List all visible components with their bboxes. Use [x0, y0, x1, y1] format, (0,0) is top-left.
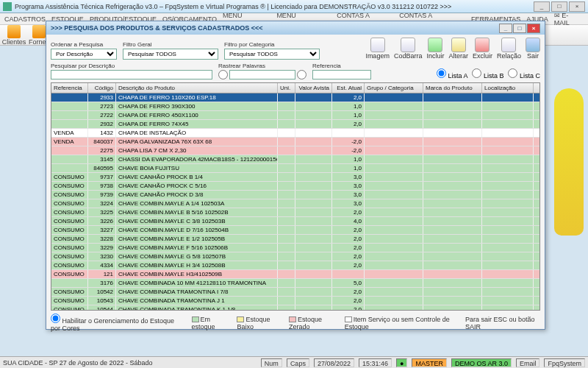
cell-val	[295, 93, 332, 102]
table-row[interactable]: CONSUMO3224CHAVE COMBIN.MAYLE A 1/4 1025…	[51, 199, 539, 208]
col-local[interactable]: Localização	[482, 83, 534, 93]
table-row[interactable]: CONSUMO9739CHAVE CANHÃO PROCK D 3/83,0	[51, 191, 539, 199]
btn-incluir[interactable]: Incluir	[426, 38, 444, 60]
table-row[interactable]: CONSUMO3226CHAVE COMBIN.MAYLE C 3/8 1025…	[51, 217, 539, 226]
legend-yellow-icon	[237, 316, 244, 322]
cell-val	[295, 120, 332, 128]
col-descricao[interactable]: Descrição do Produto	[116, 83, 278, 93]
table-row[interactable]: VENDA840037CHAPA GALVANIZADA 76X 63X 68-…	[51, 138, 539, 146]
radio-lista-b[interactable]: Lista B	[472, 68, 503, 79]
table-row[interactable]: CONSUMO3227CHAVE COMBIN.MAYLE D 7/16 102…	[51, 226, 539, 235]
col-marca[interactable]: Marca do Produto	[423, 83, 482, 93]
cell-mrc	[423, 270, 482, 278]
pesq-desc-input[interactable]	[51, 70, 212, 79]
cell-loc	[482, 182, 534, 190]
product-grid[interactable]: Referencia Código Descrição do Produto U…	[51, 82, 540, 311]
rastrear-radio2[interactable]	[297, 70, 306, 79]
window-min-button[interactable]: _	[534, 1, 550, 12]
table-row[interactable]: CONSUMO3228CHAVE COMBIN.MAYLE E 1/2 1025…	[51, 235, 539, 244]
rastrear-radio[interactable]	[218, 70, 228, 79]
cell-grp	[365, 305, 423, 311]
cell-mrc	[423, 155, 482, 163]
col-codigo[interactable]: Código	[88, 83, 116, 93]
status-email[interactable]: Email	[516, 358, 540, 367]
table-row[interactable]: 3176CHAVE COMBINADA 10 MM 412128110 TRAM…	[51, 279, 539, 288]
cell-desc: CHAVE COMBINADA 10 MM 412128110 TRAMONTI…	[116, 279, 278, 287]
legend-pink-icon	[289, 316, 296, 322]
table-row[interactable]: CONSUMO4334CHAVE COMBIN.MAYLE H 3/4 1025…	[51, 261, 539, 270]
cell-loc	[482, 146, 534, 155]
status-fpq[interactable]: FpqSystem	[544, 358, 585, 367]
cell-mrc	[423, 217, 482, 225]
dialog-toolbar: Imagem CodBarra Incluir Alterar Excluir …	[365, 38, 540, 60]
cell-val	[295, 226, 332, 234]
col-valor[interactable]: Valor Avista	[295, 83, 332, 93]
status-caps: Caps	[287, 358, 309, 367]
table-row[interactable]: 2933CHAPA DE FERRO 110X260 ESP.182,0	[51, 93, 539, 102]
cell-cod: 3224	[88, 199, 116, 208]
fornec-icon	[32, 25, 46, 38]
filtro-cat-select[interactable]: Pesquisar TODOS	[224, 49, 320, 60]
cell-loc	[482, 129, 534, 137]
cell-ref: VENDA	[51, 129, 88, 137]
cell-ref: CONSUMO	[51, 288, 88, 296]
ordenar-select[interactable]: Por Descrição	[51, 49, 117, 60]
table-row[interactable]: 2275CHAPA LISA 7 CM X 2,30-2,0	[51, 146, 539, 155]
cell-uni	[278, 111, 295, 119]
table-row[interactable]: 3145CHASSI DA EVAPORADORA 42MACB18S5 - 1…	[51, 155, 539, 164]
table-row[interactable]: CONSUMO9737CHAVE CANHÃO PROCK B 1/43,0	[51, 173, 539, 182]
cell-ref	[51, 146, 88, 155]
btn-codbarra[interactable]: CodBarra	[394, 38, 423, 60]
btn-sair[interactable]: Sair	[526, 38, 540, 60]
table-row[interactable]: 2722CHAPA DE FERRO 450X11001,0	[51, 111, 539, 120]
btn-imagem[interactable]: Imagem	[365, 38, 390, 60]
cell-cod: 3145	[88, 155, 116, 163]
table-row[interactable]: 2932CHAPA DE FERRO 74X452,0	[51, 120, 539, 129]
cell-cod: 3176	[88, 279, 116, 287]
table-row[interactable]: CONSUMO10543CHAVE COMBINADA TRAMONTINA J…	[51, 297, 539, 305]
dialog-min-button[interactable]: _	[499, 24, 512, 33]
cell-cod: 1432	[88, 129, 116, 137]
btn-alterar[interactable]: Alterar	[448, 38, 468, 60]
cell-est: 1,0	[332, 102, 365, 110]
table-row[interactable]: 840595CHAVE BOIA FUJITSU1,0	[51, 164, 539, 173]
rastrear-input[interactable]	[229, 70, 295, 79]
cell-uni	[278, 297, 295, 305]
col-estoque[interactable]: Est. Atual	[332, 83, 365, 93]
table-row[interactable]: CONSUMO3230CHAVE COMBIN.MAYLE G 5/8 1025…	[51, 252, 539, 261]
cell-est: 3,0	[332, 182, 365, 190]
btn-excluir[interactable]: Excluir	[473, 38, 492, 60]
radio-lista-a[interactable]: Lista A	[437, 68, 468, 79]
btn-relacao[interactable]: Relação	[497, 38, 521, 60]
cell-val	[295, 164, 332, 172]
dialog-close-button[interactable]: ×	[527, 24, 540, 33]
col-uni[interactable]: Uni.	[278, 83, 295, 93]
window-max-button[interactable]: □	[551, 1, 567, 12]
menu-item-email[interactable]: ✉ E-MAIL	[554, 12, 584, 26]
cell-loc	[482, 288, 534, 296]
dialog-max-button[interactable]: □	[513, 24, 526, 33]
table-row[interactable]: VENDA1432CHAPA DE INSTALAÇÃO	[51, 129, 539, 138]
col-referencia[interactable]: Referencia	[51, 83, 88, 93]
radio-lista-c[interactable]: Lista C	[508, 68, 540, 79]
cell-val	[295, 288, 332, 296]
filtro-geral-select[interactable]: Pesquisar TODOS	[123, 49, 218, 60]
table-row[interactable]: CONSUMO3229CHAVE COMBIN.MAYLE F 5/16 102…	[51, 244, 539, 252]
table-row[interactable]: CONSUMO9738CHAVE CANHÃO PROCK C 5/163,0	[51, 182, 539, 191]
table-row[interactable]: CONSUMO3225CHAVE COMBIN.MAYLE B 5/16 102…	[51, 208, 539, 217]
toolbar-clientes[interactable]: Clientes	[3, 25, 25, 46]
habilitar-checkbox[interactable]: Habilitar o Gerenciamento do Estoque por…	[51, 314, 184, 332]
cell-cod: 9737	[88, 173, 116, 181]
cell-ref	[51, 111, 88, 119]
table-row[interactable]: CONSUMO10542CHAVE COMBINADA TRAMONTINA I…	[51, 288, 539, 297]
table-row[interactable]: CONSUMO10544CHAVE COMBINADA TRAMONTINA K…	[51, 305, 539, 311]
col-grupo[interactable]: Grupo / Categoria	[365, 83, 423, 93]
referencia-input[interactable]	[312, 70, 371, 79]
table-row[interactable]: 2723CHAPA DE FERRO 390X3001,0	[51, 102, 539, 111]
cell-est: 2,0	[332, 120, 365, 128]
window-close-button[interactable]: ×	[569, 1, 585, 12]
cell-cod: 9739	[88, 191, 116, 199]
table-row[interactable]: CONSUMO121CHAVE COMBIN.MAYLE H3/4102509B	[51, 270, 539, 279]
menu-item[interactable]: CADASTROS	[4, 15, 46, 23]
cell-uni	[278, 155, 295, 163]
